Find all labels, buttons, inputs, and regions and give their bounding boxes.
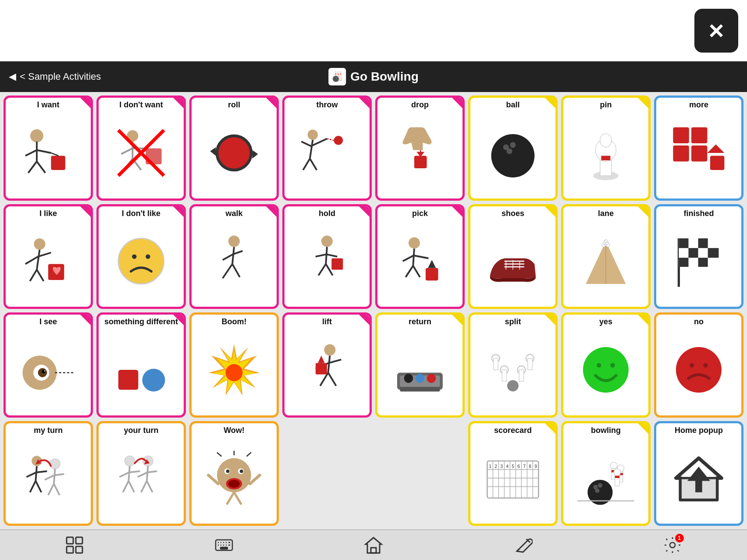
svg-line-163: [147, 466, 148, 481]
card-label: something different: [104, 317, 178, 327]
card-no[interactable]: no: [654, 312, 743, 418]
card-wow[interactable]: Wow!: [189, 421, 279, 526]
card-bowling[interactable]: bowling: [561, 421, 651, 526]
card-i-like[interactable]: I like: [4, 204, 93, 309]
card-icon-i-want: [8, 110, 88, 196]
card-shoes[interactable]: shoes: [468, 204, 558, 309]
svg-rect-221: [67, 537, 73, 544]
card-more[interactable]: more: [654, 96, 743, 201]
card-label: Wow!: [224, 426, 245, 436]
card-lane[interactable]: lane: [561, 204, 651, 309]
card-yes[interactable]: yes: [561, 312, 651, 418]
svg-line-51: [30, 270, 37, 281]
back-button[interactable]: ◀ < Sample Activities: [9, 71, 101, 82]
svg-point-55: [132, 254, 136, 259]
card-your-turn[interactable]: your turn: [96, 421, 186, 526]
card-label: Boom!: [222, 317, 247, 327]
svg-line-117: [328, 372, 336, 386]
svg-rect-41: [673, 127, 689, 143]
svg-line-73: [414, 255, 429, 259]
keyboard-button[interactable]: [214, 535, 234, 555]
card-something-different[interactable]: something different: [96, 312, 186, 418]
svg-rect-223: [67, 546, 73, 553]
settings-button[interactable]: 1: [663, 535, 682, 555]
title-icon: 🎳: [328, 68, 346, 85]
card-label: more: [689, 100, 708, 110]
card-i-dont-like[interactable]: I don't like: [96, 204, 186, 309]
pencil-button[interactable]: [513, 535, 533, 555]
home-button[interactable]: [364, 535, 383, 555]
svg-rect-42: [691, 127, 707, 143]
card-label: hold: [319, 209, 335, 219]
card-roll[interactable]: roll: [189, 96, 279, 201]
card-my-turn[interactable]: my turn: [4, 421, 93, 526]
svg-point-104: [42, 370, 46, 373]
svg-point-137: [583, 347, 629, 393]
svg-point-1: [31, 130, 43, 142]
svg-point-207: [595, 488, 599, 493]
card-pick[interactable]: pick: [375, 204, 465, 309]
card-drop[interactable]: drop: [375, 96, 465, 201]
svg-line-48: [37, 250, 40, 270]
svg-line-178: [247, 453, 251, 457]
svg-rect-135: [519, 370, 523, 381]
svg-text:9: 9: [534, 464, 537, 469]
svg-line-8: [51, 153, 58, 156]
svg-line-166: [141, 481, 147, 493]
card-label: shoes: [502, 209, 524, 219]
card-label: pick: [412, 209, 428, 219]
svg-line-115: [329, 359, 341, 363]
svg-rect-45: [710, 156, 725, 170]
card-icon-pin: [566, 110, 646, 196]
card-scorecard[interactable]: scorecard 1 2 3 4 5: [468, 421, 558, 526]
card-icon-roll: [194, 110, 274, 196]
grid-view-button[interactable]: [65, 535, 84, 555]
card-ball[interactable]: ball: [468, 96, 558, 201]
card-i-dont-want[interactable]: I don't want: [96, 96, 186, 201]
card-icon-my-turn: [8, 435, 88, 521]
svg-line-71: [413, 248, 414, 266]
svg-point-63: [321, 236, 333, 247]
svg-rect-7: [51, 156, 65, 170]
close-button[interactable]: ×: [694, 9, 738, 53]
svg-line-144: [36, 466, 37, 481]
svg-point-173: [240, 470, 243, 473]
svg-point-54: [118, 238, 164, 284]
svg-point-32: [491, 134, 535, 177]
svg-marker-19: [210, 147, 216, 156]
svg-line-68: [318, 264, 326, 276]
card-hold[interactable]: hold: [282, 204, 372, 309]
card-icon-lane: [566, 218, 646, 304]
svg-point-92: [605, 240, 608, 243]
card-return[interactable]: return: [375, 312, 465, 418]
svg-line-157: [128, 466, 130, 481]
card-throw[interactable]: throw: [282, 96, 372, 201]
svg-line-62: [232, 264, 240, 277]
svg-point-112: [324, 344, 335, 355]
svg-text:1: 1: [489, 464, 491, 469]
top-bar: ×: [0, 0, 747, 61]
card-icon-yes: [566, 327, 646, 413]
svg-point-142: [703, 363, 708, 367]
card-boom[interactable]: Boom!: [189, 312, 279, 418]
card-walk[interactable]: walk: [189, 204, 279, 309]
svg-rect-44: [691, 145, 707, 161]
card-finished[interactable]: finished: [654, 204, 743, 309]
card-label: I don't like: [122, 209, 160, 219]
svg-point-141: [690, 363, 694, 367]
bottom-toolbar: 1: [0, 529, 747, 560]
card-pin[interactable]: pin: [561, 96, 651, 201]
back-label: < Sample Activities: [20, 71, 101, 82]
card-lift[interactable]: lift: [282, 312, 372, 418]
card-split[interactable]: split: [468, 312, 558, 418]
card-i-see[interactable]: I see: [4, 312, 93, 418]
nav-bar: ◀ < Sample Activities 🎳 Go Bowling: [0, 61, 747, 92]
svg-line-160: [123, 481, 128, 493]
card-home-popup[interactable]: Home popup: [654, 421, 743, 526]
svg-rect-96: [698, 238, 708, 248]
svg-point-136: [507, 380, 519, 391]
card-i-want[interactable]: I want: [4, 96, 93, 201]
svg-rect-224: [76, 546, 82, 553]
svg-line-65: [316, 254, 327, 256]
card-label: throw: [317, 100, 338, 110]
